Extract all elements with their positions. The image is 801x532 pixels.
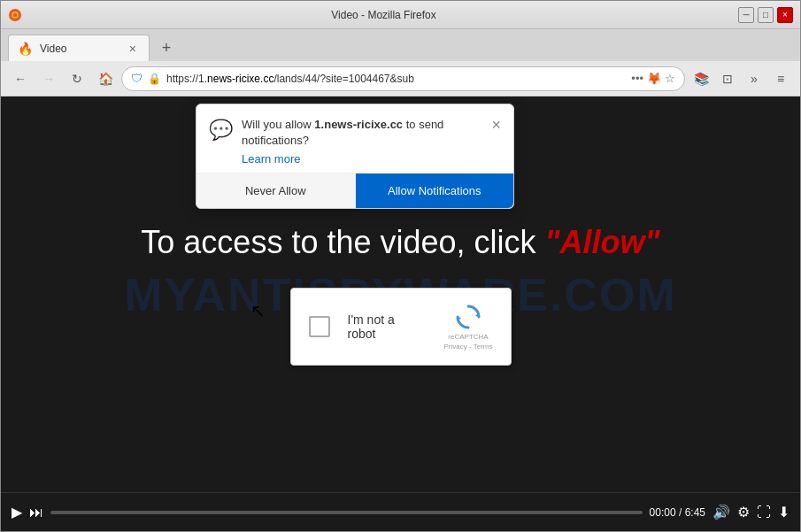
- click-allow-text: To access to the video, click "Allow": [141, 224, 659, 261]
- notif-header: 💬 Will you allow 1.news-ricixe.cc to sen…: [196, 104, 513, 173]
- recaptcha-icon: [454, 303, 482, 331]
- never-allow-button[interactable]: Never Allow: [196, 173, 356, 208]
- ctrl-right: ⚙ ⛶ ⬇: [737, 504, 789, 520]
- menu-button[interactable]: ≡: [768, 66, 793, 91]
- library-button[interactable]: 📚: [689, 66, 713, 91]
- download-button[interactable]: ⬇: [778, 504, 789, 520]
- progress-bar[interactable]: [50, 511, 643, 514]
- tab-favicon: 🔥: [18, 42, 33, 56]
- notif-close-button[interactable]: ×: [491, 117, 501, 133]
- notif-buttons: Never Allow Allow Notifications: [196, 173, 513, 208]
- minimize-button[interactable]: ─: [738, 7, 754, 23]
- volume-button[interactable]: 🔊: [712, 504, 730, 520]
- recaptcha-checkbox[interactable]: [309, 316, 330, 337]
- notification-popup: 💬 Will you allow 1.news-ricixe.cc to sen…: [196, 104, 514, 209]
- video-controls: ▶ ⏭ 00:00 / 6:45 🔊 ⚙ ⛶ ⬇: [1, 492, 800, 531]
- container-icon: 🦊: [647, 72, 661, 85]
- recaptcha-brand: reCAPTCHA: [448, 333, 488, 341]
- fullscreen-button[interactable]: ⛶: [757, 505, 771, 520]
- notif-message: Will you allow 1.news-ricixe.cc to send …: [242, 117, 482, 149]
- recaptcha-box: I'm not a robot reCAPTCHA Privacy - Term…: [290, 288, 512, 366]
- time-display: 00:00 / 6:45: [650, 506, 705, 519]
- recaptcha-logo: reCAPTCHA Privacy - Terms: [444, 303, 493, 351]
- address-text: https://1.news-ricixe.cc/lands/44/?site=…: [166, 73, 626, 85]
- close-button[interactable]: ×: [777, 7, 793, 23]
- home-button[interactable]: 🏠: [93, 66, 118, 91]
- back-button[interactable]: ←: [8, 66, 33, 91]
- new-tab-button[interactable]: +: [153, 35, 180, 61]
- skip-button[interactable]: ⏭: [29, 505, 43, 520]
- address-bar[interactable]: 🛡 🔒 https://1.news-ricixe.cc/lands/44/?s…: [121, 66, 685, 91]
- more-icon[interactable]: •••: [631, 72, 643, 85]
- reload-button[interactable]: ↻: [65, 66, 89, 91]
- shield-icon: 🛡: [131, 72, 142, 85]
- notif-pre: Will you allow: [242, 118, 314, 131]
- overflow-button[interactable]: »: [742, 66, 766, 91]
- window-controls: ─ □ ×: [738, 7, 793, 23]
- titlebar: Video - Mozilla Firefox ─ □ ×: [1, 1, 800, 29]
- browser-window: Video - Mozilla Firefox ─ □ × 🔥 Video × …: [0, 0, 801, 532]
- tabbar: 🔥 Video × +: [1, 29, 800, 61]
- notif-body: Will you allow 1.news-ricixe.cc to send …: [242, 117, 482, 166]
- lock-icon: 🔒: [148, 73, 161, 85]
- maximize-button[interactable]: □: [758, 7, 774, 23]
- allow-notifications-button[interactable]: Allow Notifications: [356, 173, 514, 208]
- bookmark-icon[interactable]: ☆: [665, 72, 675, 85]
- toolbar-icons: 📚 ⊡ » ≡: [689, 66, 793, 91]
- forward-button[interactable]: →: [36, 66, 61, 91]
- tab-label: Video: [40, 42, 119, 55]
- recaptcha-privacy: Privacy - Terms: [444, 343, 493, 351]
- synced-tabs-button[interactable]: ⊡: [715, 66, 740, 91]
- navbar: ← → ↻ 🏠 🛡 🔒 https://1.news-ricixe.cc/lan…: [1, 61, 800, 96]
- play-button[interactable]: ▶: [12, 504, 22, 520]
- address-domain: news-ricixe.cc: [207, 73, 273, 85]
- notif-icon: 💬: [209, 119, 233, 142]
- notif-domain: 1.news-ricixe.cc: [314, 118, 403, 131]
- learn-more-link[interactable]: Learn more: [242, 152, 482, 166]
- active-tab[interactable]: 🔥 Video ×: [8, 35, 150, 61]
- recaptcha-label: I'm not a robot: [348, 312, 427, 341]
- settings-button[interactable]: ⚙: [737, 504, 750, 520]
- window-title: Video - Mozilla Firefox: [29, 9, 738, 21]
- firefox-icon: [8, 8, 22, 22]
- svg-point-2: [13, 13, 17, 17]
- click-allow-pre: To access to the video, click: [141, 224, 544, 260]
- allow-word: "Allow": [545, 224, 660, 260]
- tab-close-button[interactable]: ×: [126, 40, 140, 58]
- content-area: MYANTISPYWARE.COM To access to the video…: [1, 96, 800, 531]
- address-icons: ••• 🦊 ☆: [631, 72, 675, 85]
